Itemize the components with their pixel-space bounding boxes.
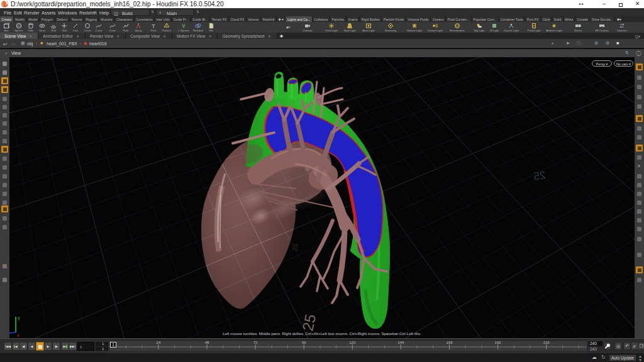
svg-text:192: 192: [495, 341, 502, 344]
svg-text:168: 168: [446, 341, 453, 344]
svg-text:24: 24: [157, 341, 161, 344]
svg-text:216: 216: [543, 341, 550, 344]
svg-text:144: 144: [397, 341, 404, 344]
svg-text:48: 48: [205, 341, 209, 344]
svg-text:120: 120: [349, 341, 356, 344]
svg-text:72: 72: [253, 341, 258, 344]
svg-text:25: 25: [291, 243, 299, 251]
svg-text:96: 96: [302, 341, 306, 344]
svg-text:y: y: [18, 315, 20, 321]
svg-text:25: 25: [533, 169, 546, 182]
svg-text:25: 25: [299, 312, 319, 332]
svg-text:T: T: [152, 23, 155, 30]
